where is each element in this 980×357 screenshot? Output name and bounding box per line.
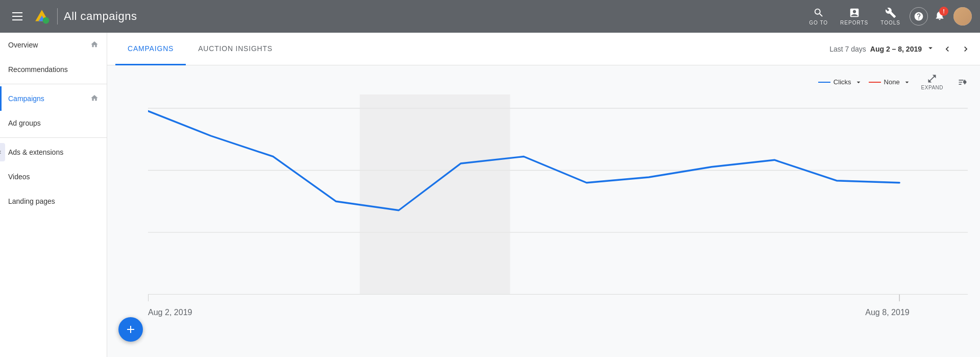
none-legend[interactable]: None: [869, 78, 911, 86]
date-dropdown-arrow[interactable]: [926, 43, 935, 54]
svg-rect-10: [360, 94, 510, 294]
app-title: All campaigns: [64, 10, 137, 23]
sidebar-item-recommendations[interactable]: Recommendations: [0, 57, 107, 82]
notification-badge: !: [939, 7, 948, 16]
clicks-dropdown[interactable]: [854, 78, 863, 86]
chart-area: 40,000 20,000 0 Aug 2, 2019 Aug 8, 2019: [107, 94, 980, 357]
date-prev-button[interactable]: [939, 41, 955, 57]
google-ads-logo: [33, 7, 51, 26]
sidebar: Overview Recommendations Campaigns Ad gr…: [0, 33, 107, 357]
goto-label: GO TO: [809, 20, 828, 26]
date-next-button[interactable]: [958, 41, 974, 57]
none-legend-line: [869, 82, 881, 83]
home-icon: [90, 40, 99, 50]
clicks-legend[interactable]: Clicks: [818, 78, 863, 86]
hamburger-menu[interactable]: [8, 8, 27, 25]
sidebar-divider-1: [0, 84, 107, 84]
svg-text:Aug 2, 2019: Aug 2, 2019: [148, 307, 192, 317]
chart-expand-button[interactable]: EXPAND: [917, 72, 947, 92]
notifications-button[interactable]: !: [934, 10, 945, 23]
reports-button[interactable]: REPORTS: [835, 3, 873, 30]
main-content: CAMPAIGNS AUCTION INSIGHTS Last 7 days A…: [107, 33, 980, 357]
reports-label: REPORTS: [840, 20, 868, 26]
sidebar-item-landing-pages[interactable]: Landing pages: [0, 189, 107, 213]
sidebar-item-videos[interactable]: Videos: [0, 164, 107, 189]
chart-settings-button[interactable]: [953, 75, 972, 89]
tools-label: TOOLS: [880, 20, 900, 26]
svg-text:Aug 8, 2019: Aug 8, 2019: [865, 307, 910, 317]
tab-campaigns[interactable]: CAMPAIGNS: [115, 33, 186, 65]
clicks-legend-line: [818, 82, 830, 83]
user-avatar[interactable]: [953, 7, 972, 26]
sidebar-item-overview[interactable]: Overview: [0, 33, 107, 57]
sidebar-item-ads-extensions[interactable]: Ads & extensions: [0, 140, 107, 164]
sidebar-item-ad-groups[interactable]: Ad groups: [0, 111, 107, 135]
create-fab[interactable]: [118, 317, 143, 342]
sidebar-item-campaigns[interactable]: Campaigns: [0, 86, 107, 111]
sidebar-divider-2: [0, 137, 107, 138]
help-button[interactable]: [910, 7, 928, 26]
tools-button[interactable]: TOOLS: [875, 3, 905, 30]
goto-button[interactable]: GO TO: [804, 3, 833, 30]
date-navigation: [939, 41, 974, 57]
chart-header: Clicks None EXPAND: [107, 65, 980, 94]
tab-auction-insights[interactable]: AUCTION INSIGHTS: [186, 33, 285, 65]
main-layout: Overview Recommendations Campaigns Ad gr…: [0, 33, 980, 357]
chart-container: Clicks None EXPAND: [107, 65, 980, 357]
campaigns-home-icon: [90, 94, 99, 104]
svg-point-2: [43, 17, 50, 24]
top-navigation: All campaigns GO TO REPORTS TOOLS !: [0, 0, 980, 33]
date-range-selector[interactable]: Last 7 days Aug 2 – 8, 2019: [823, 33, 980, 65]
sidebar-expand-icon[interactable]: [0, 143, 5, 161]
none-dropdown[interactable]: [903, 78, 911, 86]
tabs-bar: CAMPAIGNS AUCTION INSIGHTS Last 7 days A…: [107, 33, 980, 65]
nav-divider: [57, 8, 58, 25]
